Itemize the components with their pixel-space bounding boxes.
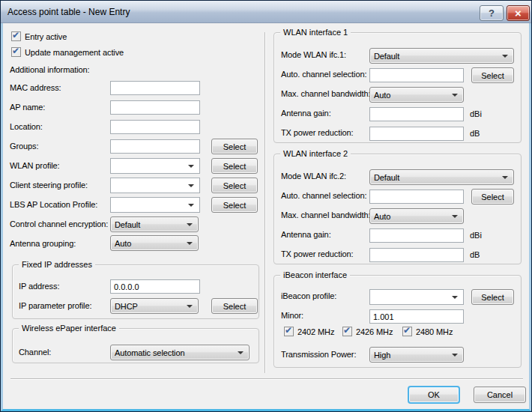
freq-2426-checkbox[interactable]: 2426 MHz [342, 326, 393, 337]
transmission-power-label: Transmission Power: [281, 350, 356, 360]
wlan2-max-bandwidth-dropdown[interactable]: Auto [369, 208, 464, 224]
checkbox-check-icon [11, 47, 21, 57]
close-button[interactable]: × [507, 5, 530, 21]
lbs-ap-location-profile-label: LBS AP Location Profile: [10, 200, 97, 210]
wlan1-mode-dropdown[interactable]: Default [369, 48, 514, 64]
dropdown-arrow-icon [188, 204, 194, 207]
freq-2402-label: 2402 MHz [297, 327, 334, 336]
dropdown-arrow-icon [188, 165, 194, 168]
wlan2-mode-label: Mode WLAN ifc.2: [281, 172, 346, 181]
epaper-legend: Wireless ePaper interface [19, 324, 119, 333]
combo-value: Default [374, 52, 399, 61]
ip-parameter-profile-label: IP parameter profile: [19, 301, 91, 311]
wlan-profile-select-button[interactable]: Select [211, 158, 258, 174]
entry-active-label: Entry active [25, 32, 67, 41]
wlan1-antenna-gain-input[interactable] [369, 107, 464, 121]
freq-2402-checkbox[interactable]: 2402 MHz [284, 326, 334, 337]
groups-input[interactable] [110, 139, 200, 154]
freq-2426-label: 2426 MHz [356, 327, 393, 336]
wlan1-legend: WLAN interface 1 [280, 28, 351, 37]
wlan1-max-bandwidth-label: Max. channel bandwidth: [281, 89, 370, 99]
mac-address-input[interactable] [110, 81, 200, 95]
antenna-grouping-dropdown[interactable]: Auto [110, 235, 199, 251]
ip-parameter-select-button[interactable]: Select [211, 298, 258, 314]
ibeacon-profile-label: iBeacon profile: [281, 291, 336, 301]
wlan2-auto-channel-input[interactable] [369, 190, 464, 204]
dropdown-arrow-icon [452, 354, 458, 357]
dropdown-arrow-icon [452, 296, 458, 299]
wlan2-tx-power-input[interactable] [369, 248, 464, 262]
wlan1-auto-channel-label: Auto. channel selection: [281, 70, 366, 79]
ibeacon-legend: iBeacon interface [280, 270, 350, 280]
combo-value: Auto [115, 239, 131, 248]
epaper-channel-dropdown[interactable]: Automatic selection [110, 345, 250, 360]
update-management-checkbox[interactable]: Update management active [11, 46, 124, 58]
wlan2-auto-channel-select-button[interactable]: Select [471, 189, 514, 205]
transmission-power-dropdown[interactable]: High [369, 347, 464, 363]
fixed-ip-legend: Fixed IP addresses [19, 260, 95, 270]
antenna-grouping-label: Antenna grouping: [10, 239, 76, 249]
combo-value: Auto [374, 91, 390, 100]
epaper-channel-label: Channel: [19, 348, 51, 357]
control-channel-encryption-label: Control channel encryption: [10, 219, 108, 229]
wlan1-antenna-gain-unit: dBi [470, 109, 482, 119]
dropdown-arrow-icon [452, 215, 458, 218]
wlan1-auto-channel-select-button[interactable]: Select [471, 67, 514, 83]
combo-value: DHCP [115, 302, 138, 311]
wlan2-antenna-gain-label: Antenna gain: [281, 230, 331, 240]
wlan1-max-bandwidth-dropdown[interactable]: Auto [369, 87, 464, 103]
combo-value: Default [374, 173, 399, 182]
wlan1-tx-power-label: TX power reduction: [281, 128, 354, 138]
wlan1-tx-power-unit: dB [470, 129, 480, 139]
wlan1-tx-power-input[interactable] [369, 127, 464, 141]
combo-value: Default [115, 220, 140, 229]
dialog-window: Access point table - New Entry ? × Entry… [0, 0, 532, 412]
wlan2-max-bandwidth-label: Max. channel bandwidth: [281, 210, 370, 220]
wlan2-mode-dropdown[interactable]: Default [369, 169, 514, 185]
wlan-profile-label: WLAN profile: [10, 161, 60, 171]
wlan2-auto-channel-label: Auto. channel selection: [281, 191, 366, 201]
ok-button[interactable]: OK [408, 386, 460, 404]
ip-parameter-profile-dropdown[interactable]: DHCP [110, 298, 199, 314]
location-label: Location: [10, 122, 43, 132]
additional-information-label: Additional information: [10, 65, 90, 75]
lbs-ap-location-profile-combobox[interactable] [110, 197, 200, 213]
help-button[interactable]: ? [480, 5, 504, 21]
wlan2-tx-power-unit: dB [470, 250, 480, 260]
ap-name-input[interactable] [110, 100, 200, 115]
lbs-ap-location-select-button[interactable]: Select [211, 197, 258, 213]
dropdown-arrow-icon [238, 351, 244, 354]
groups-select-button[interactable]: Select [211, 139, 258, 154]
checkbox-check-icon [284, 327, 294, 336]
ibeacon-profile-select-button[interactable]: Select [471, 289, 514, 305]
wlan-profile-combobox[interactable] [110, 158, 200, 174]
entry-active-checkbox[interactable]: Entry active [11, 31, 67, 42]
freq-2480-checkbox[interactable]: 2480 MHz [402, 326, 453, 337]
client-steering-profile-combobox[interactable] [110, 178, 200, 193]
dropdown-arrow-icon [187, 223, 193, 226]
update-management-label: Update management active [25, 48, 124, 57]
location-input[interactable] [110, 120, 200, 134]
column-divider [265, 32, 266, 373]
ibeacon-minor-label: Minor: [281, 311, 303, 321]
ap-name-label: AP name: [10, 103, 45, 112]
wlan1-antenna-gain-label: Antenna gain: [281, 109, 331, 118]
control-channel-encryption-dropdown[interactable]: Default [110, 216, 199, 232]
client-steering-select-button[interactable]: Select [211, 178, 258, 193]
ip-address-input[interactable] [110, 279, 200, 294]
cancel-button[interactable]: Cancel [474, 387, 526, 403]
dropdown-arrow-icon [502, 55, 508, 58]
wlan2-antenna-gain-input[interactable] [369, 228, 464, 243]
checkbox-check-icon [11, 31, 21, 41]
ibeacon-profile-combobox[interactable] [369, 289, 464, 305]
mac-address-label: MAC address: [10, 83, 61, 93]
dropdown-arrow-icon [187, 305, 193, 308]
wlan1-auto-channel-input[interactable] [369, 68, 464, 82]
groups-label: Groups: [10, 142, 38, 151]
dropdown-arrow-icon [502, 176, 508, 179]
checkbox-check-icon [402, 327, 412, 336]
wlan1-mode-label: Mode WLAN ifc.1: [281, 50, 346, 60]
combo-value: Automatic selection [115, 348, 184, 357]
ibeacon-minor-input[interactable] [369, 309, 464, 324]
dropdown-arrow-icon [452, 94, 458, 97]
